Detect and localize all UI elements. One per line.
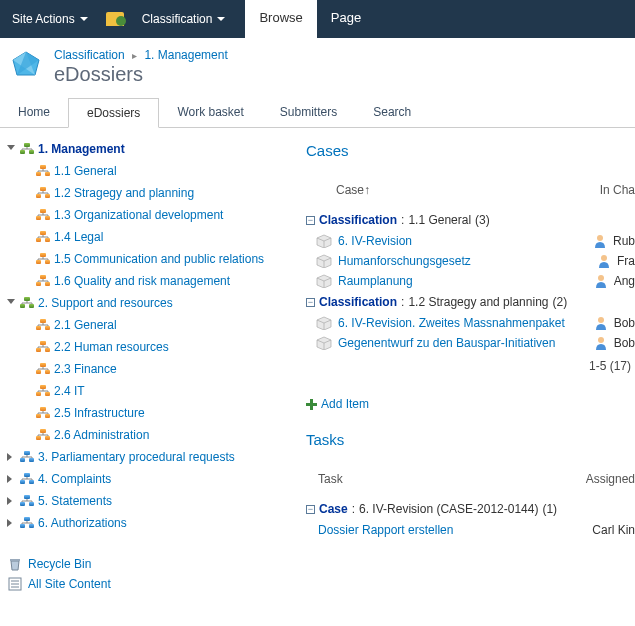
group-value: 1.1 General <box>408 213 471 227</box>
task-user: Carl Kin <box>592 523 635 537</box>
nav-submitters[interactable]: Submitters <box>262 98 355 127</box>
nav-workbasket[interactable]: Work basket <box>159 98 261 127</box>
case-user: Rub <box>613 234 635 248</box>
tree-node-1-management[interactable]: 1. Management <box>38 140 125 158</box>
group-field-link[interactable]: Classification <box>319 295 397 309</box>
tree-node-1-6[interactable]: 1.6 Quality and risk management <box>54 272 230 290</box>
case-row[interactable]: Raumplanung Ang <box>316 271 635 291</box>
hierarchy-icon <box>20 495 34 507</box>
plus-icon <box>306 399 317 410</box>
collapse-toggle[interactable]: − <box>306 505 315 514</box>
case-user: Ang <box>614 274 635 288</box>
case-icon <box>316 274 332 288</box>
add-item-button[interactable]: Add Item <box>306 397 635 411</box>
hierarchy-icon <box>36 231 50 243</box>
title-area: Classification ▸ 1. Management eDossiers <box>0 38 635 92</box>
cases-column-headers: Case↑ In Cha <box>306 183 635 197</box>
case-user: Bob <box>614 316 635 330</box>
group-value: 1.2 Stragegy and planning <box>408 295 548 309</box>
column-header-in-charge[interactable]: In Cha <box>600 183 635 197</box>
hierarchy-icon <box>36 341 50 353</box>
tree-node-1-3[interactable]: 1.3 Organizational development <box>54 206 223 224</box>
tree-node-2-3[interactable]: 2.3 Finance <box>54 360 117 378</box>
cases-section-title: Cases <box>306 142 635 159</box>
case-link[interactable]: Gegenentwurf zu den Bauspar-Initiativen <box>338 336 588 350</box>
case-link[interactable]: Raumplanung <box>338 274 588 288</box>
case-icon <box>316 254 332 268</box>
person-icon <box>594 274 608 288</box>
group-header-1-1: − Classification : 1.1 General (3) <box>306 209 635 231</box>
ribbon-tab-browse[interactable]: Browse <box>245 0 316 38</box>
case-icon <box>316 316 332 330</box>
site-logo-icon <box>8 49 44 85</box>
ribbon-tab-page[interactable]: Page <box>317 0 375 38</box>
tree-node-6[interactable]: 6. Authorizations <box>38 514 127 532</box>
tree-node-4[interactable]: 4. Complaints <box>38 470 111 488</box>
all-site-content-link[interactable]: All Site Content <box>2 574 290 594</box>
group-value: 6. IV-Revision (CASE-2012-0144) <box>359 502 538 516</box>
hierarchy-icon <box>20 517 34 529</box>
group-field-link[interactable]: Case <box>319 502 348 516</box>
breadcrumb-separator-icon: ▸ <box>132 50 137 61</box>
tree-toggle[interactable] <box>6 518 16 528</box>
hierarchy-icon <box>36 165 50 177</box>
task-row[interactable]: Dossier Rapport erstellen Carl Kin <box>306 520 635 540</box>
case-row[interactable]: 6. IV-Revision Rub <box>316 231 635 251</box>
main-content: Cases Case↑ In Cha − Classification : 1.… <box>294 128 635 604</box>
tree-node-3[interactable]: 3. Parliamentary procedural requests <box>38 448 235 466</box>
person-icon <box>594 316 608 330</box>
tree-toggle[interactable] <box>6 144 16 154</box>
case-row[interactable]: Humanforschungsgesetz Fra <box>316 251 635 271</box>
tree-toggle[interactable] <box>6 452 16 462</box>
column-header-case[interactable]: Case↑ <box>336 183 370 197</box>
hierarchy-icon <box>36 407 50 419</box>
task-link[interactable]: Dossier Rapport erstellen <box>318 523 592 537</box>
site-actions-label: Site Actions <box>12 12 75 26</box>
tree-node-2-5[interactable]: 2.5 Infrastructure <box>54 404 145 422</box>
recycle-bin-link[interactable]: Recycle Bin <box>2 554 290 574</box>
nav-search[interactable]: Search <box>355 98 429 127</box>
breadcrumb-classification[interactable]: Classification <box>54 48 125 62</box>
tree-node-1-1[interactable]: 1.1 General <box>54 162 117 180</box>
tree-node-1-4[interactable]: 1.4 Legal <box>54 228 103 246</box>
hierarchy-icon <box>20 297 34 309</box>
case-link[interactable]: Humanforschungsgesetz <box>338 254 591 268</box>
recycle-bin-icon <box>8 557 22 571</box>
tree-node-5[interactable]: 5. Statements <box>38 492 112 510</box>
tree-node-1-5[interactable]: 1.5 Communication and public relations <box>54 250 264 268</box>
hierarchy-icon <box>36 187 50 199</box>
tree-node-2-4[interactable]: 2.4 IT <box>54 382 85 400</box>
column-header-assigned[interactable]: Assigned <box>586 472 635 486</box>
person-icon <box>597 254 611 268</box>
tree-node-2-2[interactable]: 2.2 Human resources <box>54 338 169 356</box>
classification-menu[interactable]: Classification <box>132 8 236 30</box>
column-header-task[interactable]: Task <box>318 472 343 486</box>
case-user: Fra <box>617 254 635 268</box>
hierarchy-icon <box>36 319 50 331</box>
site-actions-menu[interactable]: Site Actions <box>2 8 98 30</box>
tree-toggle[interactable] <box>6 298 16 308</box>
tree-node-2-support[interactable]: 2. Support and resources <box>38 294 173 312</box>
group-count: (2) <box>552 295 567 309</box>
page-title: eDossiers <box>54 63 228 86</box>
tree-node-1-2[interactable]: 1.2 Stragegy and planning <box>54 184 194 202</box>
breadcrumb-management[interactable]: 1. Management <box>144 48 227 62</box>
group-field-link[interactable]: Classification <box>319 213 397 227</box>
tree-node-2-1[interactable]: 2.1 General <box>54 316 117 334</box>
svg-rect-4 <box>10 559 20 561</box>
nav-edossiers[interactable]: eDossiers <box>68 98 159 128</box>
collapse-toggle[interactable]: − <box>306 298 315 307</box>
svg-rect-7 <box>306 403 317 406</box>
case-link[interactable]: 6. IV-Revision. Zweites Massnahmenpaket <box>338 316 588 330</box>
classification-menu-label: Classification <box>142 12 213 26</box>
navigate-up-icon[interactable] <box>106 12 124 26</box>
tree-toggle[interactable] <box>6 496 16 506</box>
case-row[interactable]: 6. IV-Revision. Zweites Massnahmenpaket … <box>316 313 635 333</box>
tree-node-2-6[interactable]: 2.6 Administration <box>54 426 149 444</box>
case-row[interactable]: Gegenentwurf zu den Bauspar-Initiativen … <box>316 333 635 353</box>
tree-toggle[interactable] <box>6 474 16 484</box>
group-count: (3) <box>475 213 490 227</box>
nav-home[interactable]: Home <box>0 98 68 127</box>
case-link[interactable]: 6. IV-Revision <box>338 234 587 248</box>
collapse-toggle[interactable]: − <box>306 216 315 225</box>
